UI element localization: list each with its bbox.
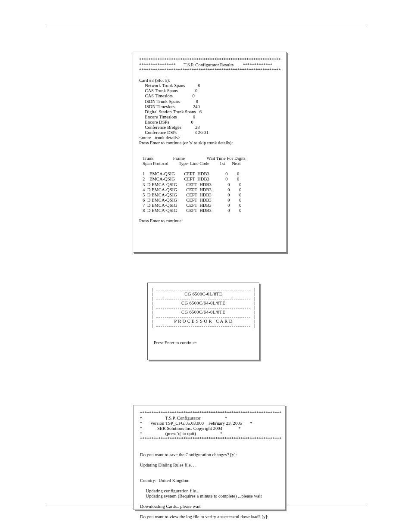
- card-stack-panel: |||CG 6500C-0L/8TE||||CG 6500C/64-0L/8TE…: [147, 283, 259, 360]
- card-slot: |CG 6500C/64-0L/8TE|: [152, 310, 255, 315]
- card-slot: |CG 6500C-0L/8TE|: [152, 292, 255, 297]
- card-stack: |||CG 6500C-0L/8TE||||CG 6500C/64-0L/8TE…: [148, 285, 259, 328]
- configurator-results-panel: ****************************************…: [133, 52, 287, 252]
- card-stack-prompt: Press Enter to continue:: [148, 328, 259, 345]
- configurator-results-text: ****************************************…: [133, 52, 286, 229]
- document-page: ****************************************…: [0, 0, 411, 532]
- save-config-text: ****************************************…: [134, 405, 285, 525]
- header-rule: [45, 26, 366, 26]
- card-slot: |P R O C E S S O R C A R D|: [152, 319, 255, 324]
- card-slot: |CG 6500C/64-0L/8TE|: [152, 301, 255, 306]
- save-config-panel: ****************************************…: [134, 405, 285, 510]
